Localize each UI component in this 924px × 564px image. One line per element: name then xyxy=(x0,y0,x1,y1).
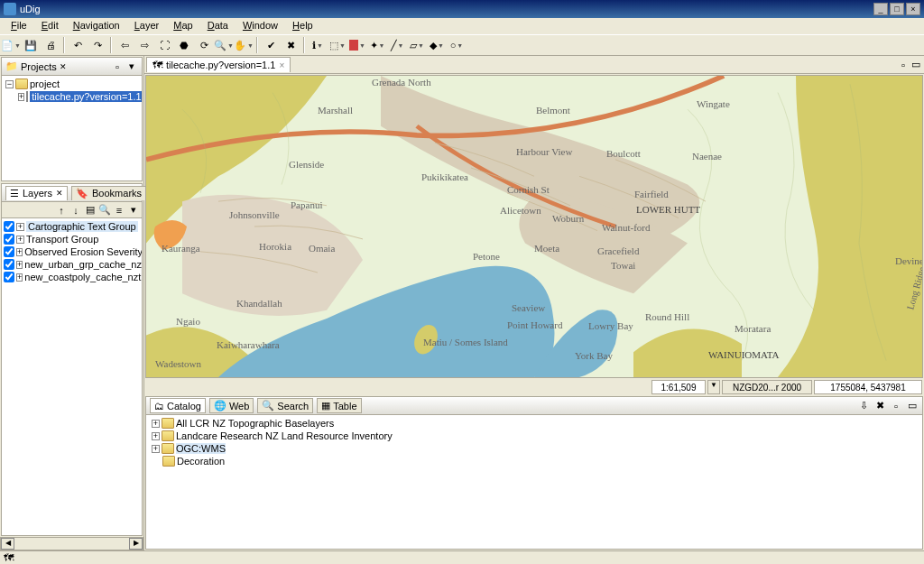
pan-button[interactable]: ✋▼ xyxy=(235,36,253,54)
layer-checkbox[interactable] xyxy=(4,272,14,282)
svg-text:Walnut-ford: Walnut-ford xyxy=(602,223,651,233)
editor-maximize-icon[interactable]: ▭ xyxy=(910,59,922,71)
panel-maximize-icon[interactable]: ▭ xyxy=(906,400,919,412)
commit-button[interactable]: ✔ xyxy=(262,36,280,54)
layer-checkbox[interactable] xyxy=(4,234,14,245)
tree-expand-icon[interactable]: + xyxy=(16,236,24,244)
svg-text:Devine: Devine xyxy=(895,256,922,266)
move-down-icon[interactable]: ↓ xyxy=(69,204,82,217)
menu-help[interactable]: Help xyxy=(285,18,320,34)
catalog-remove-icon[interactable]: ✖ xyxy=(873,400,886,412)
minimize-button[interactable]: _ xyxy=(873,3,888,15)
web-icon: 🌐 xyxy=(214,400,226,411)
tree-expand-icon[interactable]: + xyxy=(16,261,23,269)
left-scrollbar[interactable]: ◀▶ xyxy=(0,537,143,550)
tree-expand-icon[interactable]: + xyxy=(152,432,160,440)
layer-checkbox[interactable] xyxy=(4,259,14,270)
forward-icon: ⇨ xyxy=(141,40,149,51)
scale-display[interactable]: 1:61,509 xyxy=(651,380,706,394)
stop-button[interactable]: ⬣ xyxy=(175,36,193,54)
projects-pin-icon[interactable]: ✕ xyxy=(60,62,67,71)
tree-expand-icon[interactable]: + xyxy=(16,223,24,231)
project-item[interactable]: tilecache.py?version=1.1 xyxy=(30,91,142,102)
menu-window[interactable]: Window xyxy=(236,18,285,34)
web-tab[interactable]: 🌐Web xyxy=(209,398,254,413)
panel-minimize-icon[interactable]: ▫ xyxy=(890,400,902,412)
save-button[interactable]: 💾 xyxy=(22,36,40,54)
editor-tab[interactable]: 🗺 tilecache.py?version=1.1 × xyxy=(146,57,291,72)
svg-text:Fairfield: Fairfield xyxy=(634,190,670,200)
menu-data[interactable]: Data xyxy=(200,18,236,34)
panel-minimize-icon[interactable]: ▫ xyxy=(111,60,124,73)
print-button[interactable]: 🖨 xyxy=(42,36,60,54)
bookmarks-icon: 🔖 xyxy=(76,188,88,199)
table-tab[interactable]: ▦Table xyxy=(317,398,361,413)
info-button[interactable]: ℹ▼ xyxy=(309,36,327,54)
layers-tab[interactable]: ☰ Layers ✕ xyxy=(5,186,68,200)
rollback-button[interactable]: ✖ xyxy=(282,36,300,54)
tree-expand-icon[interactable]: + xyxy=(152,420,160,428)
tree-expand-icon[interactable]: + xyxy=(16,273,23,282)
layer-zoom-icon[interactable]: 🔍 xyxy=(98,204,111,217)
scale-dropdown-icon[interactable]: ▼ xyxy=(707,380,720,394)
edit-point-button[interactable]: ✦▼ xyxy=(368,36,386,54)
back-icon: ⇦ xyxy=(121,40,129,51)
menu-edit[interactable]: Edit xyxy=(34,18,66,34)
tree-expand-icon[interactable]: + xyxy=(18,93,24,101)
bookmarks-tab[interactable]: 🔖 Bookmarks xyxy=(71,186,146,200)
svg-text:Moratara: Moratara xyxy=(735,324,772,334)
catalog-item[interactable]: OGC:WMS xyxy=(176,443,226,454)
editor-minimize-icon[interactable]: ▫ xyxy=(897,59,910,71)
menu-layer[interactable]: Layer xyxy=(127,18,167,34)
new-button[interactable]: 📄▼ xyxy=(2,36,20,54)
redo-button[interactable]: ↷ xyxy=(88,36,106,54)
menu-file[interactable]: File xyxy=(4,18,34,34)
edit-geom-button[interactable]: ○▼ xyxy=(448,36,466,54)
layer-item[interactable]: new_coastpoly_cache_nztm(EPSG:2193) xyxy=(24,272,142,282)
catalog-icon: 🗂 xyxy=(154,401,164,411)
zoom-extent-button[interactable]: ⛶ xyxy=(155,36,173,54)
menu-map[interactable]: Map xyxy=(166,18,199,34)
zoom-button[interactable]: 🔍▼ xyxy=(215,36,233,54)
maximize-button[interactable]: □ xyxy=(890,3,904,15)
back-button[interactable]: ⇦ xyxy=(116,36,134,54)
svg-text:Wadestown: Wadestown xyxy=(155,359,202,369)
menu-navigation[interactable]: Navigation xyxy=(66,18,127,34)
edit-feature-button[interactable]: ◆▼ xyxy=(428,36,446,54)
catalog-import-icon[interactable]: ⇩ xyxy=(857,400,870,412)
edit-line-button[interactable]: ╱▼ xyxy=(388,36,406,54)
layer-checkbox[interactable] xyxy=(4,221,14,232)
edit-poly-button[interactable]: ▱▼ xyxy=(408,36,426,54)
layer-item[interactable]: Observed Erosion Severity xyxy=(24,246,142,257)
catalog-item[interactable]: Landcare Research NZ Land Resource Inven… xyxy=(176,430,393,441)
panel-menu-icon[interactable]: ▾ xyxy=(125,60,138,73)
layer-menu-icon[interactable]: ▤ xyxy=(84,204,97,217)
move-up-icon[interactable]: ↑ xyxy=(55,204,68,217)
search-tab[interactable]: 🔍Search xyxy=(257,398,313,413)
tree-expand-icon[interactable]: + xyxy=(16,248,23,256)
crs-button[interactable]: NZGD20...r 2000 xyxy=(722,380,812,394)
layer-style-icon[interactable]: ≡ xyxy=(113,204,125,217)
undo-button[interactable]: ↶ xyxy=(69,36,87,54)
layer-item[interactable]: Transport Group xyxy=(26,234,98,245)
forward-button[interactable]: ⇨ xyxy=(135,36,153,54)
tree-expand-icon[interactable]: + xyxy=(152,445,160,453)
catalog-tab[interactable]: 🗂Catalog xyxy=(150,398,206,413)
refresh-button[interactable]: ⟳ xyxy=(195,36,213,54)
layer-item[interactable]: new_urban_grp_cache_nztm(EPSG:2193) xyxy=(24,259,142,270)
map-canvas[interactable]: Grenada North Marshall Belmont Wingate G… xyxy=(145,75,923,378)
panel-dropdown-icon[interactable]: ▾ xyxy=(127,204,140,217)
layer-item[interactable]: Cartographic Text Group xyxy=(26,221,138,232)
project-root[interactable]: project xyxy=(30,79,60,89)
select-button[interactable]: ⬚▼ xyxy=(328,36,346,54)
catalog-item[interactable]: Decoration xyxy=(177,456,225,467)
svg-text:Johnsonville: Johnsonville xyxy=(229,210,280,220)
catalog-item[interactable]: All LCR NZ Topographic Baselayers xyxy=(176,418,334,429)
tab-close-icon[interactable]: × xyxy=(279,60,284,70)
catalog-icon xyxy=(162,430,174,441)
close-button[interactable]: × xyxy=(906,3,920,15)
layer-checkbox[interactable] xyxy=(4,246,14,257)
folder-icon xyxy=(15,79,28,89)
tree-collapse-icon[interactable]: − xyxy=(5,80,14,88)
edit-fill-button[interactable]: ▼ xyxy=(348,36,366,54)
